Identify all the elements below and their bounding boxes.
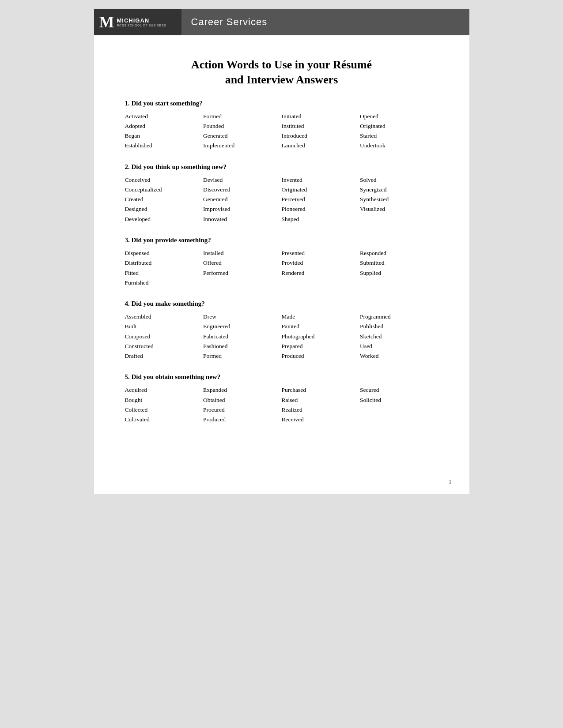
word-item: Solved <box>360 175 438 185</box>
career-services-label: Career Services <box>191 16 268 28</box>
word-item: Undertook <box>360 141 438 150</box>
word-item: Visualized <box>360 204 438 214</box>
word-item: Fitted <box>125 268 204 278</box>
word-item: Composed <box>125 332 204 341</box>
section4-col-1: DrewEngineeredFabricatedFashionedFormed <box>203 312 282 361</box>
word-item: Submitted <box>360 258 438 268</box>
word-item: Fashioned <box>203 341 282 351</box>
word-item: Programmed <box>360 312 438 322</box>
section4-col-3: ProgrammedPublishedSketchedUsedWorked <box>360 312 438 361</box>
section3-heading: 3. Did you provide something? <box>125 236 438 244</box>
word-item: Opened <box>360 112 438 121</box>
word-item: Built <box>125 322 204 331</box>
word-item: Conceptualized <box>125 185 204 195</box>
word-item: Dispensed <box>125 248 204 258</box>
section2-col-2: InventedOriginatedPerceivedPioneeredShap… <box>282 175 360 224</box>
word-item: Collected <box>125 405 204 415</box>
word-item: Conceived <box>125 175 204 185</box>
logo-m-letter: M <box>99 14 114 30</box>
logo-michigan: MICHIGAN <box>117 17 166 24</box>
section4-heading: 4. Did you make something? <box>125 300 438 308</box>
word-item: Synergized <box>360 185 438 195</box>
word-item: Launched <box>282 141 360 150</box>
section1-col-1: FormedFoundedGeneratedImplemented <box>203 112 282 151</box>
word-item: Drafted <box>125 351 204 361</box>
word-item: Responded <box>360 248 438 258</box>
word-item: Expanded <box>203 385 282 395</box>
word-item: Made <box>282 312 360 322</box>
section3-col-1: InstalledOfferedPerformed <box>203 248 282 288</box>
career-services-block: Career Services <box>182 9 469 35</box>
word-item: Constructed <box>125 341 204 351</box>
word-item: Acquired <box>125 385 204 395</box>
section1-col-3: OpenedOriginatedStartedUndertook <box>360 112 438 151</box>
word-item: Originated <box>360 121 438 131</box>
word-item: Adopted <box>125 121 204 131</box>
word-item: Started <box>360 131 438 141</box>
section4: 4. Did you make something?AssembledBuilt… <box>125 300 438 361</box>
word-item: Presented <box>282 248 360 258</box>
section5: 5. Did you obtain something new?Acquired… <box>125 373 438 424</box>
word-item: Pioneered <box>282 204 360 214</box>
word-item: Rendered <box>282 268 360 278</box>
header: M MICHIGAN ROSS SCHOOL OF BUSINESS Caree… <box>94 9 469 35</box>
word-item: Performed <box>203 268 282 278</box>
section1-grid: ActivatedAdoptedBeganEstablishedFormedFo… <box>125 112 438 151</box>
section5-col-1: ExpandedObtainedProcuredProduced <box>203 385 282 424</box>
word-item: Provided <box>282 258 360 268</box>
section4-col-0: AssembledBuiltComposedConstructedDrafted <box>125 312 204 361</box>
logo-text-block: MICHIGAN ROSS SCHOOL OF BUSINESS <box>117 17 166 27</box>
word-item: Invented <box>282 175 360 185</box>
word-item: Synthesized <box>360 195 438 204</box>
section1-col-2: InitiatedInstitutedIntroducedLaunched <box>282 112 360 151</box>
section3-col-3: RespondedSubmittedSupplied <box>360 248 438 288</box>
section1-col-0: ActivatedAdoptedBeganEstablished <box>125 112 204 151</box>
word-item: Offered <box>203 258 282 268</box>
word-item: Developed <box>125 214 204 224</box>
word-item: Drew <box>203 312 282 322</box>
section2-grid: ConceivedConceptualizedCreatedDesignedDe… <box>125 175 438 224</box>
section1: 1. Did you start something?ActivatedAdop… <box>125 100 438 151</box>
word-item: Bought <box>125 395 204 405</box>
word-item: Produced <box>282 351 360 361</box>
word-item: Obtained <box>203 395 282 405</box>
section3-grid: DispensedDistributedFittedFurnishedInsta… <box>125 248 438 288</box>
word-item: Published <box>360 322 438 331</box>
section5-col-3: SecuredSolicited <box>360 385 438 424</box>
section3-col-0: DispensedDistributedFittedFurnished <box>125 248 204 288</box>
section3: 3. Did you provide something?DispensedDi… <box>125 236 438 288</box>
word-item: Began <box>125 131 204 141</box>
word-item: Implemented <box>203 141 282 150</box>
word-item: Distributed <box>125 258 204 268</box>
section4-grid: AssembledBuiltComposedConstructedDrafted… <box>125 312 438 361</box>
word-item: Photographed <box>282 332 360 341</box>
word-item: Generated <box>203 195 282 204</box>
word-item: Founded <box>203 121 282 131</box>
section2: 2. Did you think up something new?Concei… <box>125 163 438 224</box>
section2-col-1: DevisedDiscoveredGeneratedImprovisedInno… <box>203 175 282 224</box>
word-item: Fabricated <box>203 332 282 341</box>
word-item: Worked <box>360 351 438 361</box>
section5-col-2: PurchasedRaisedRealizedReceived <box>282 385 360 424</box>
word-item: Devised <box>203 175 282 185</box>
word-item: Assembled <box>125 312 204 322</box>
word-item: Created <box>125 195 204 204</box>
word-item: Designed <box>125 204 204 214</box>
word-item: Prepared <box>282 341 360 351</box>
page-title: Action Words to Use in your Résumé and I… <box>125 57 438 87</box>
content-area: Action Words to Use in your Résumé and I… <box>94 35 469 451</box>
word-item: Initiated <box>282 112 360 121</box>
section3-col-2: PresentedProvidedRendered <box>282 248 360 288</box>
section2-col-3: SolvedSynergizedSynthesizedVisualized <box>360 175 438 224</box>
word-item: Supplied <box>360 268 438 278</box>
section5-col-0: AcquiredBoughtCollectedCultivated <box>125 385 204 424</box>
word-item: Improvised <box>203 204 282 214</box>
title-line1: Action Words to Use in your Résumé <box>125 57 438 72</box>
sections-container: 1. Did you start something?ActivatedAdop… <box>125 100 438 425</box>
page: M MICHIGAN ROSS SCHOOL OF BUSINESS Caree… <box>94 9 469 494</box>
section2-heading: 2. Did you think up something new? <box>125 163 438 171</box>
word-item: Realized <box>282 405 360 415</box>
word-item: Generated <box>203 131 282 141</box>
word-item: Painted <box>282 322 360 331</box>
word-item: Procured <box>203 405 282 415</box>
